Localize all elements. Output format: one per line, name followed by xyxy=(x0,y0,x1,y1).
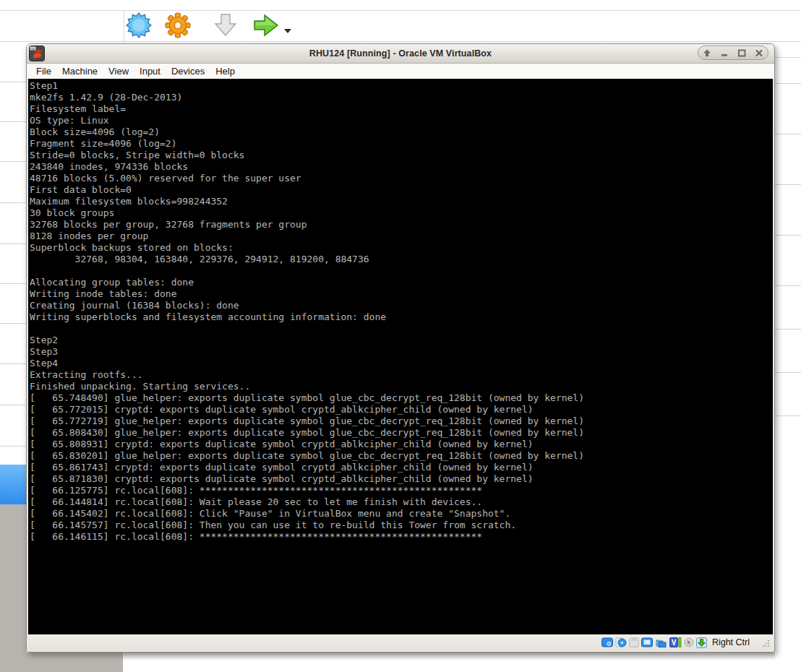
vm-list-row-divider xyxy=(0,363,26,364)
vm-list-row-divider xyxy=(775,285,801,286)
vm-list-row-divider xyxy=(775,372,801,373)
menu-machine[interactable]: Machine xyxy=(61,65,98,77)
vm-list-row-divider xyxy=(0,446,26,447)
window-shadow xyxy=(123,652,775,660)
guest-display[interactable]: Step1 mke2fs 1.42.9 (28-Dec-2013) Filesy… xyxy=(28,79,773,634)
vm-list-row-divider xyxy=(775,184,801,185)
shared-folders-icon[interactable] xyxy=(655,637,667,647)
menu-view[interactable]: View xyxy=(108,65,129,77)
svg-text:64: 64 xyxy=(31,47,35,51)
menu-input[interactable]: Input xyxy=(139,65,161,77)
vm-list-row-divider xyxy=(0,244,26,244)
manager-right-divider xyxy=(771,57,801,58)
menu-devices[interactable]: Devices xyxy=(171,65,205,77)
manager-toolbar-divider xyxy=(0,41,801,42)
start-vm-icon[interactable] xyxy=(252,12,280,38)
virtualbox-vm-icon: 64 xyxy=(29,46,45,61)
window-title: RHU124 [Running] - Oracle VM VirtualBox xyxy=(27,48,774,59)
window-controls xyxy=(698,46,768,60)
console-output: Step1 mke2fs 1.42.9 (28-Dec-2013) Filesy… xyxy=(28,79,773,543)
window-menubar: File Machine View Input Devices Help xyxy=(27,64,774,79)
discard-icon[interactable] xyxy=(213,13,239,38)
vm-list-selected-row[interactable] xyxy=(0,465,26,505)
menu-file[interactable]: File xyxy=(35,65,52,77)
vm-list-row-divider xyxy=(775,134,801,134)
floppy-icon[interactable] xyxy=(629,637,639,647)
desktop-area xyxy=(0,652,123,672)
manager-toolbar-separator xyxy=(124,10,124,41)
close-icon[interactable] xyxy=(753,48,766,59)
optical-disc-icon[interactable] xyxy=(615,637,627,647)
new-vm-icon[interactable] xyxy=(126,12,152,38)
vm-list-row-divider xyxy=(0,82,26,82)
settings-icon[interactable] xyxy=(165,12,191,38)
vm-list-row-divider xyxy=(0,283,26,284)
vm-list-row-divider xyxy=(775,329,801,329)
vm-list-row-divider xyxy=(775,83,801,84)
vm-list-row-divider xyxy=(0,202,26,203)
menu-help[interactable]: Help xyxy=(215,65,236,77)
desktop-area xyxy=(0,504,26,672)
vm-list-row-divider xyxy=(0,161,26,162)
window-statusbar: Right Ctrl xyxy=(28,634,773,650)
manager-top-divider xyxy=(0,10,801,11)
host-key-label: Right Ctrl xyxy=(712,637,750,647)
mouse-integration-icon[interactable] xyxy=(684,637,694,647)
resize-grip[interactable] xyxy=(762,639,770,647)
start-dropdown-caret[interactable] xyxy=(284,29,291,33)
host-key-icon[interactable] xyxy=(696,637,707,648)
window-titlebar[interactable]: 64 RHU124 [Running] - Oracle VM VirtualB… xyxy=(27,44,774,64)
network-icon[interactable] xyxy=(641,637,653,647)
virtualbox-vm-window: 64 RHU124 [Running] - Oracle VM VirtualB… xyxy=(26,43,775,652)
vm-list-row-divider xyxy=(775,235,801,236)
vm-list-row-divider xyxy=(0,121,26,122)
vm-list-row-divider xyxy=(775,415,801,416)
vm-list-row-divider xyxy=(0,405,26,405)
hdd-icon[interactable] xyxy=(601,637,613,647)
minimize-icon[interactable] xyxy=(719,48,731,59)
display-icon[interactable] xyxy=(669,637,682,647)
maximize-icon[interactable] xyxy=(736,48,748,59)
vm-list-row-divider xyxy=(0,323,26,324)
shade-icon[interactable] xyxy=(701,48,714,59)
